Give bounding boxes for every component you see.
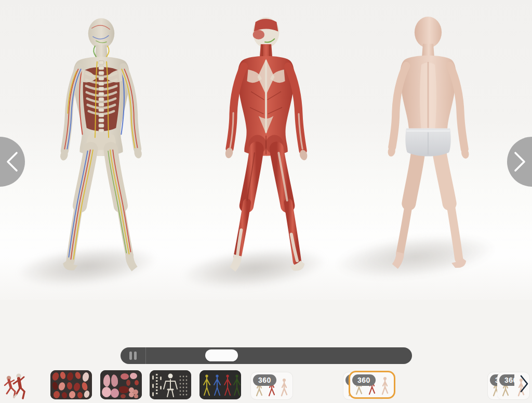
thumbnail-360-view-6[interactable]: 360 <box>497 372 514 399</box>
thumbnail-clip-region: 360 <box>497 372 514 399</box>
badge-360: 360 <box>499 374 514 386</box>
muscular-figure <box>207 12 323 287</box>
scrubber-handle[interactable] <box>205 349 238 361</box>
thumbnail-organs[interactable] <box>100 370 142 399</box>
scrubber-track[interactable] <box>146 347 412 364</box>
pause-button[interactable] <box>121 347 145 364</box>
skeleton-bones-image <box>150 370 191 399</box>
pause-icon <box>134 352 137 360</box>
running-figures-image <box>2 371 26 399</box>
bottom-panel: 360 360 360 36 <box>0 300 532 403</box>
chevron-left-icon <box>5 151 19 173</box>
body-systems-image <box>200 370 241 399</box>
thumbnail-skeleton-bones[interactable] <box>150 370 191 399</box>
viewer-stage[interactable] <box>0 0 532 300</box>
thumbnail-360-view-3-selected[interactable]: 360 <box>349 371 395 399</box>
pause-icon <box>129 352 132 360</box>
thumbnail-body-systems[interactable] <box>200 370 241 399</box>
prev-view-button[interactable] <box>0 137 25 187</box>
thumbnail-360-view-1[interactable]: 360 <box>251 372 292 399</box>
skin-figure <box>367 12 487 284</box>
badge-360: 360 <box>253 374 276 386</box>
rotation-scrubber <box>121 347 412 364</box>
thumbnails-scroll-next-button[interactable] <box>518 373 530 394</box>
badge-360: 360 <box>352 374 376 386</box>
thumbnail-running-figures[interactable] <box>2 371 26 399</box>
systems-figure <box>44 14 161 287</box>
chevron-right-icon <box>520 374 529 393</box>
thumbnail-muscle-cuts[interactable] <box>50 370 92 399</box>
muscle-cuts-image <box>50 370 92 399</box>
next-view-button[interactable] <box>507 137 532 187</box>
chevron-right-icon <box>513 151 527 173</box>
organs-image <box>100 370 142 399</box>
